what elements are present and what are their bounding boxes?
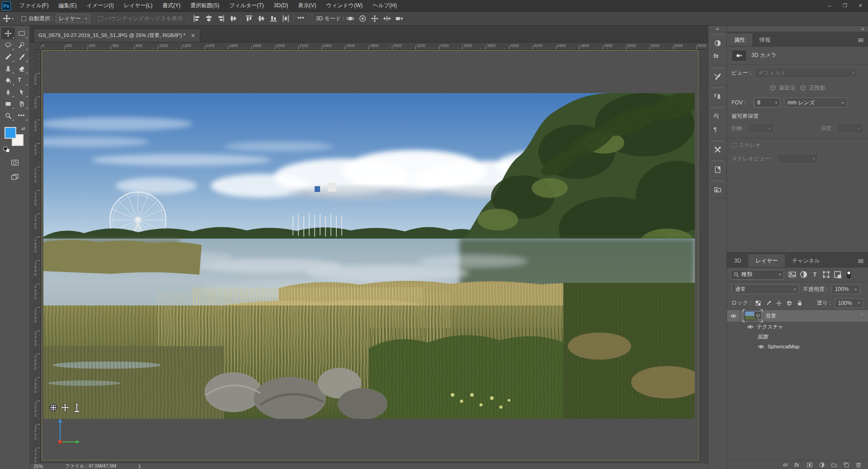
opacity-dropdown[interactable]: 100%▾ xyxy=(831,284,860,294)
move-tool[interactable] xyxy=(1,28,15,39)
distribute-h-icon[interactable] xyxy=(282,14,290,23)
layer-filter-dropdown[interactable]: 種類▾ xyxy=(731,270,784,280)
expand-panels-icon[interactable]: « xyxy=(708,26,726,32)
auto-select-dropdown[interactable]: レイヤー▾ xyxy=(56,14,90,23)
shape-filter-button[interactable] xyxy=(822,270,830,279)
lock-position-button[interactable] xyxy=(776,300,782,306)
restore-button[interactable]: ❐ xyxy=(837,0,853,12)
screen-mode-button[interactable] xyxy=(10,173,19,181)
adjustments-button[interactable] xyxy=(799,270,808,279)
fill-dropdown[interactable]: 100%▾ xyxy=(835,298,863,308)
status-more-icon[interactable]: ❯ xyxy=(138,464,142,469)
eraser-tool[interactable] xyxy=(15,63,28,75)
orthographic-button[interactable]: 正投影 xyxy=(800,84,826,92)
menu-item[interactable]: ヘルプ(H) xyxy=(368,0,402,11)
panel-menu-icon[interactable] xyxy=(857,37,864,43)
paint-bucket-tool[interactable] xyxy=(1,75,15,86)
layer-thumbnail[interactable] xyxy=(744,311,761,321)
orbit-3d-icon[interactable] xyxy=(346,14,354,23)
pan-3d-icon[interactable] xyxy=(371,14,379,23)
brush-tool[interactable] xyxy=(15,51,28,63)
layer-row-background[interactable]: 背景 ⌃ xyxy=(727,310,868,322)
menu-item[interactable]: 選択範囲(S) xyxy=(185,0,224,11)
menu-item[interactable]: レイヤー(L) xyxy=(119,0,158,11)
brushes-panel-button[interactable] xyxy=(711,70,724,82)
camera-3d-icon[interactable] xyxy=(395,14,403,23)
align-middle-icon[interactable] xyxy=(257,14,265,23)
tab-info[interactable]: 情報 xyxy=(752,33,778,46)
collapse-panels-icon[interactable]: » xyxy=(727,26,868,32)
notes-panel-button[interactable] xyxy=(711,183,724,195)
rectangle-tool[interactable] xyxy=(1,98,15,110)
lock-pixels-button[interactable] xyxy=(765,300,772,306)
layers-panel-menu-icon[interactable] xyxy=(857,258,864,264)
align-center-h-icon[interactable] xyxy=(205,14,213,23)
move-tool-preset-icon[interactable] xyxy=(3,14,11,23)
blend-mode-dropdown[interactable]: 通常▾ xyxy=(731,284,799,294)
eye-icon[interactable] xyxy=(747,324,754,329)
layer-row-diffuse[interactable]: 拡散 xyxy=(727,332,868,342)
ellipsis-tool[interactable]: ••• xyxy=(15,110,28,122)
menu-item[interactable]: 編集(E) xyxy=(53,0,81,11)
styles-fx-panel-button[interactable]: fx xyxy=(711,51,724,62)
3d-axis-widget[interactable] xyxy=(47,416,84,446)
tab-channels[interactable]: チャンネル xyxy=(785,254,827,267)
type-tool[interactable]: T xyxy=(15,75,28,86)
clone-stamp-tool[interactable] xyxy=(1,63,15,75)
hand-tool[interactable] xyxy=(15,98,28,110)
menu-item[interactable]: フィルター(T) xyxy=(224,0,269,11)
lock-all-button[interactable] xyxy=(797,300,803,306)
document-close-icon[interactable]: ✕ xyxy=(191,33,195,39)
canvas[interactable] xyxy=(41,50,708,463)
pen-tool[interactable] xyxy=(1,86,15,98)
tool-presets-panel-button[interactable] xyxy=(711,144,724,155)
eye-icon[interactable] xyxy=(758,344,764,349)
new-group-button[interactable] xyxy=(831,462,837,468)
slide-3d-icon[interactable] xyxy=(383,14,391,23)
align-bottom-icon[interactable] xyxy=(269,14,278,23)
adjustments-button[interactable] xyxy=(819,462,825,468)
menu-item[interactable]: ファイル(F) xyxy=(14,0,53,11)
lens-dropdown[interactable]: mm レンズ▾ xyxy=(784,98,847,108)
swap-colors-icon[interactable]: ⇄ xyxy=(21,126,25,131)
adjustments-panel-button[interactable] xyxy=(711,37,724,49)
marquee-tool[interactable] xyxy=(15,28,28,39)
lasso-tool[interactable] xyxy=(1,39,15,51)
filter-toggle-button[interactable] xyxy=(844,270,853,279)
align-right-icon[interactable] xyxy=(217,14,225,23)
auto-select-checkbox[interactable] xyxy=(21,16,26,21)
paragraph-panel-button[interactable]: ¶ xyxy=(711,124,724,136)
layer-row-sphericalmap[interactable]: SphericalMap xyxy=(727,342,868,352)
align-left-icon[interactable] xyxy=(193,14,201,23)
link-layers-button[interactable] xyxy=(782,462,788,468)
foreground-color-swatch[interactable] xyxy=(5,127,16,139)
lock-artboard-button[interactable] xyxy=(786,300,793,306)
lock-transparent-button[interactable] xyxy=(755,300,761,306)
add-mask-button[interactable] xyxy=(807,462,813,468)
more-options-icon[interactable]: ••• xyxy=(297,14,308,23)
align-center-v-icon[interactable] xyxy=(229,14,237,23)
layer-row-texture[interactable]: テクスチャ xyxy=(727,322,868,332)
new-layer-button[interactable] xyxy=(843,462,849,468)
type-filter-button[interactable]: T xyxy=(811,270,819,279)
perspective-button[interactable]: 遠近法 xyxy=(769,84,795,92)
eye-icon[interactable] xyxy=(730,314,737,319)
quick-select-tool[interactable] xyxy=(15,39,28,51)
zoom-level-field[interactable]: 25% xyxy=(30,463,47,469)
character-panel-button[interactable]: A| xyxy=(711,110,724,122)
default-colors-icon[interactable] xyxy=(4,147,10,152)
fov-input[interactable]: 8▾ xyxy=(754,98,780,108)
minimize-button[interactable]: ─ xyxy=(822,0,837,12)
tab-properties[interactable]: 属性 xyxy=(727,33,752,46)
quick-mask-button[interactable] xyxy=(10,159,19,167)
zoom-tool-tool[interactable] xyxy=(1,110,15,122)
libraries-panel-button[interactable] xyxy=(711,164,724,175)
smart-filter-button[interactable] xyxy=(833,270,842,279)
menu-item[interactable]: 3D(D) xyxy=(269,0,293,11)
close-button[interactable]: ✕ xyxy=(853,0,868,12)
document-tab[interactable]: GS_0579_10-27-2019_15_55_51.JPG @ 25% (背… xyxy=(33,28,200,42)
delete-layer-button[interactable] xyxy=(855,462,862,468)
menu-item[interactable]: ウィンドウ(W) xyxy=(321,0,368,11)
collapse-layer-icon[interactable]: ⌃ xyxy=(860,314,863,318)
menu-item[interactable]: イメージ(I) xyxy=(81,0,118,11)
